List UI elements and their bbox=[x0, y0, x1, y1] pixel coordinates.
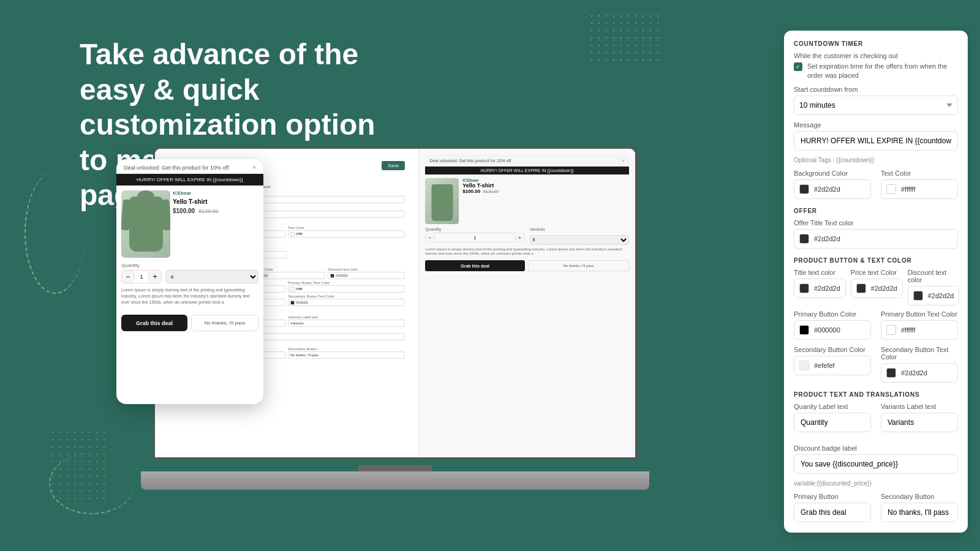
rp-checkbox-label: Set expiration time for the offers from … bbox=[807, 62, 958, 81]
rp-discount-text-color-label: Discount text color bbox=[908, 269, 960, 283]
pp-qty-increment[interactable]: + bbox=[516, 233, 524, 242]
rp-bg-color-text: #2d2d2d bbox=[814, 186, 840, 193]
lp-discount-color[interactable]: #2d2d2d bbox=[328, 272, 405, 279]
mobile-qty-stepper[interactable]: − 1 + bbox=[121, 270, 162, 283]
mobile-brand: ICEbear bbox=[173, 190, 258, 196]
mobile-variant-select[interactable]: 6 bbox=[165, 270, 258, 283]
rp-countdown-title: COUNTDOWN TIMER bbox=[794, 40, 958, 47]
rp-secondary-button-label: Secondary Button bbox=[881, 493, 958, 500]
rp-text-color-label: Text Color bbox=[881, 170, 958, 177]
pp-price: $100.00 bbox=[462, 189, 480, 194]
rp-variants-label-text-label: Variants Label text bbox=[881, 403, 958, 410]
lp-secondary-btn-trans-label: Secondary Button bbox=[288, 347, 405, 351]
coat-arm-right bbox=[160, 199, 170, 230]
mobile-qty-decrement[interactable]: − bbox=[122, 270, 134, 283]
pp-qty-row: Quantity − 1 + Variants 6 bbox=[425, 227, 629, 245]
rp-qty-label-text-label: Quanity Label text bbox=[794, 403, 871, 410]
rp-primary-button-label: Primary Button bbox=[794, 493, 871, 500]
pp-coat-shape bbox=[431, 184, 453, 221]
mobile-close-icon[interactable]: × bbox=[252, 164, 256, 171]
rp-qty-variants-row: Quanity Label text Variants Label text bbox=[794, 403, 958, 438]
laptop-save-btn[interactable]: Save bbox=[382, 161, 405, 170]
rp-checkbox[interactable] bbox=[794, 62, 802, 71]
rp-title-color-val: #2d2d2d bbox=[814, 285, 840, 292]
lp-primary-txt-label: Primary Button Text Color bbox=[288, 281, 405, 285]
mobile-price-old: $120.00 bbox=[198, 208, 219, 214]
rp-text-color-swatch bbox=[886, 184, 896, 194]
laptop-product-preview: Deal unlocked: Get this product for 10% … bbox=[419, 149, 635, 457]
pp-product-info: ICEbear Yello T-shirt $100.00 $120.00 bbox=[462, 178, 629, 224]
rp-offer-title: OFFER bbox=[794, 208, 958, 214]
rp-discount-swatch bbox=[913, 291, 923, 301]
rp-secondary-btn-color-val: #efefef bbox=[814, 362, 835, 369]
rp-discount-text-color[interactable]: #2d2d2d bbox=[908, 286, 960, 305]
pp-deal-banner: Deal unlocked: Get this product for 10% … bbox=[425, 155, 629, 167]
rp-qty-label-input[interactable] bbox=[794, 413, 871, 432]
rp-text-color-text: #ffffff bbox=[901, 186, 915, 193]
rp-offer-color-field[interactable]: #2d2d2d bbox=[794, 229, 958, 249]
pp-deal-text: Deal unlocked: Get this product for 10% … bbox=[429, 159, 511, 163]
mobile-product-section: ICEbear Yello T-shirt $100.00 $120.00 bbox=[116, 186, 263, 263]
rp-variants-label-input[interactable] bbox=[881, 413, 958, 432]
pp-qty-value: 1 bbox=[434, 236, 515, 240]
decorative-dots-top bbox=[588, 12, 662, 61]
pp-pass-btn[interactable]: No thanks, I'll pass bbox=[528, 260, 629, 271]
lp-secondary-txt-color[interactable]: #2d2d2d bbox=[288, 299, 405, 306]
lp-primary-txt-color[interactable]: #ffffff bbox=[288, 285, 405, 293]
mobile-qty-value: 1 bbox=[134, 274, 149, 280]
mobile-qty-label: Quantity bbox=[121, 263, 258, 268]
rp-discount-badge-label: Discount badge label bbox=[794, 444, 958, 452]
lp-variants-input[interactable]: Variants bbox=[288, 320, 405, 327]
rp-secondary-btn-text-color[interactable]: #2d2d2d bbox=[881, 363, 958, 383]
pp-product-image bbox=[425, 178, 459, 224]
mobile-pass-btn[interactable]: No thanks, I'll pass bbox=[191, 315, 258, 331]
rp-start-countdown-select[interactable]: 10 minutes bbox=[794, 96, 958, 115]
pp-qty-stepper[interactable]: − 1 + bbox=[425, 233, 524, 242]
rp-message-input[interactable] bbox=[794, 131, 958, 151]
lp-txt-color[interactable]: #ffffff bbox=[288, 230, 405, 238]
mobile-price-row: $100.00 $120.00 bbox=[173, 208, 258, 214]
rp-bg-color-label: Background Color bbox=[794, 170, 871, 177]
rp-text-color-field[interactable]: #ffffff bbox=[881, 179, 958, 199]
pp-qty-label: Quantity bbox=[425, 227, 524, 231]
rp-primary-btn-color[interactable]: #000000 bbox=[794, 320, 871, 340]
rp-discount-badge-input[interactable] bbox=[794, 454, 958, 474]
lp-discount-color-label: Discount text color bbox=[328, 268, 405, 271]
pp-product-row: ICEbear Yello T-shirt $100.00 $120.00 bbox=[425, 178, 629, 224]
pp-qty-decrement[interactable]: − bbox=[426, 233, 434, 242]
rp-primary-btn-text-color[interactable]: #ffffff bbox=[881, 320, 958, 340]
rp-title-text-color[interactable]: #2d2d2d bbox=[794, 279, 846, 298]
rp-primary-button-input[interactable] bbox=[794, 503, 871, 522]
rp-title-swatch bbox=[799, 283, 809, 293]
mobile-card-header: Deal unlocked: Get this product for 10% … bbox=[116, 159, 263, 174]
mobile-cta-row: Grab this deal No thanks, I'll pass bbox=[116, 310, 263, 336]
rp-product-text-title: PRODUCT TEXT AND TRANSLATIONS bbox=[794, 391, 958, 398]
pp-grab-btn[interactable]: Grab this deal bbox=[425, 260, 525, 271]
rp-primary-btn-swatch bbox=[799, 325, 809, 335]
rp-price-text-color[interactable]: #2d2d2d bbox=[851, 279, 903, 298]
mobile-qty-increment[interactable]: + bbox=[149, 270, 161, 283]
rp-variable-tag: variable:{{discounted_price}} bbox=[794, 480, 958, 487]
rp-offer-color-text: #2d2d2d bbox=[814, 235, 840, 242]
rp-secondary-btn-swatch bbox=[799, 361, 809, 370]
pp-variants-label: Variants bbox=[530, 227, 629, 231]
rp-title-text-color-label: Title text color bbox=[794, 269, 846, 276]
rp-secondary-btn-color[interactable]: #efefef bbox=[794, 356, 871, 375]
lp-variants-label: Variants Label text bbox=[288, 315, 405, 319]
lp-secondary-btn-trans-input[interactable]: No thanks, I'll pass bbox=[288, 351, 405, 359]
rp-bg-color-field[interactable]: #2d2d2d bbox=[794, 179, 871, 199]
rp-secondary-button-input[interactable] bbox=[881, 503, 958, 522]
pp-variant-select[interactable]: 6 bbox=[530, 235, 629, 245]
pp-close-icon[interactable]: × bbox=[622, 158, 625, 163]
mobile-grab-btn[interactable]: Grab this deal bbox=[121, 315, 187, 331]
rp-bg-color-swatch bbox=[799, 184, 809, 194]
mobile-price-current: $100.00 bbox=[173, 208, 195, 214]
rp-primary-btn-row: Primary Button Color #000000 Primary But… bbox=[794, 310, 958, 340]
mobile-card-modal: Deal unlocked: Get this product for 10% … bbox=[116, 159, 263, 404]
mobile-qty-section: Quantity − 1 + 6 bbox=[116, 263, 263, 287]
mobile-product-info: ICEbear Yello T-shirt $100.00 $120.00 bbox=[173, 190, 258, 258]
coat-arm-left bbox=[121, 199, 132, 230]
mobile-description: Lorem Ipsum is simply dummy text of the … bbox=[116, 287, 263, 310]
coat-body bbox=[129, 197, 163, 252]
rp-buttons-row: Primary Button Secondary Button bbox=[794, 493, 958, 528]
